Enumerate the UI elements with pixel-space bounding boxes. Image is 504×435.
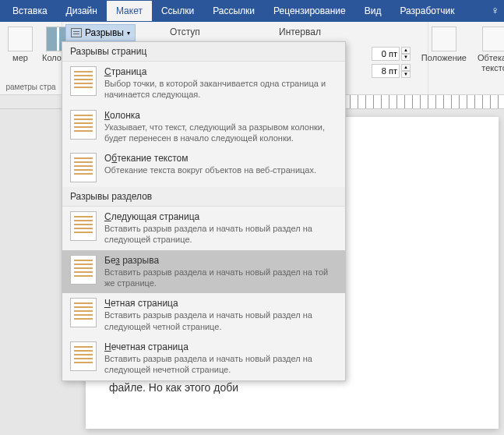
tab-mailings[interactable]: Рассылки [203, 1, 264, 21]
size-icon [8, 27, 33, 51]
ribbon-tabs: Вставка Дизайн Макет Ссылки Рассылки Рец… [0, 0, 504, 22]
menu-item-page-break[interactable]: Страница Выбор точки, в которой заканчив… [62, 62, 345, 105]
menu-item-title: Страница [104, 66, 337, 77]
size-button[interactable]: мер [5, 25, 36, 65]
menu-section-page-breaks: Разрывы страниц [62, 42, 345, 62]
menu-item-column-break[interactable]: Колонка Указывает, что текст, следующий … [62, 105, 345, 149]
tab-references[interactable]: Ссылки [152, 1, 203, 21]
menu-item-desc: Вставить разрыв раздела и начать новый р… [104, 353, 337, 376]
menu-section-section-breaks: Разрывы разделов [62, 187, 345, 207]
menu-item-desc: Обтекание текста вокруг объектов на веб-… [104, 164, 337, 175]
spacing-before[interactable]: 0 пт ▲ ▼ [372, 47, 411, 61]
menu-item-text-wrapping-break[interactable]: Обтекание текстом Обтекание текста вокру… [62, 148, 345, 187]
tab-developer[interactable]: Разработчик [390, 1, 463, 21]
menu-item-odd-page[interactable]: Нечетная страница Вставить разрыв раздел… [62, 337, 345, 380]
position-button[interactable]: Положение [418, 25, 470, 75]
menu-item-title: Обтекание текстом [104, 153, 337, 164]
next-page-icon [70, 211, 97, 241]
wrap-label: Обтекан тексто [478, 53, 504, 73]
breaks-icon [71, 28, 82, 37]
menu-item-even-page[interactable]: Четная страница Вставить разрыв раздела … [62, 293, 345, 337]
wrap-icon [482, 27, 504, 51]
spacing-before-value[interactable]: 0 пт [372, 47, 400, 61]
spacing-header: Интервал [279, 27, 321, 37]
breaks-button[interactable]: Разрывы ▾ [65, 24, 136, 41]
tab-insert[interactable]: Вставка [3, 1, 57, 21]
menu-item-continuous[interactable]: Без разрыва Вставить разрыв раздела и на… [62, 250, 345, 294]
size-label: мер [12, 53, 28, 63]
page-setup-group-label: раметры стра [5, 83, 57, 91]
tell-me-bulb-icon[interactable]: ♀ [492, 4, 500, 16]
spacing-after[interactable]: 8 пт ▲ ▼ [372, 64, 411, 78]
continuous-icon [70, 255, 97, 285]
doc-paragraph: файле. Но как этого доби [109, 379, 475, 396]
menu-item-desc: Указывает, что текст, следующий за разры… [104, 122, 337, 144]
breaks-dropdown-menu: Разрывы страниц Страница Выбор точки, в … [62, 41, 346, 381]
indent-header: Отступ [170, 27, 200, 37]
menu-item-title: Нечетная страница [104, 341, 337, 352]
menu-item-title: Четная страница [104, 298, 337, 309]
menu-item-title: Колонка [104, 110, 337, 121]
position-icon [432, 27, 456, 51]
wrap-text-button[interactable]: Обтекан тексто [474, 25, 504, 75]
menu-item-desc: Вставить разрыв раздела и начать новый р… [104, 223, 337, 246]
position-label: Положение [421, 53, 467, 63]
page-break-icon [70, 66, 97, 96]
up-arrow-icon[interactable]: ▲ [401, 47, 411, 54]
even-page-icon [70, 298, 97, 327]
menu-item-desc: Вставить разрыв раздела и начать новый р… [104, 309, 337, 332]
spacing-spinners: 0 пт ▲ ▼ 8 пт ▲ ▼ [372, 47, 411, 78]
page-setup-group: мер Колонки раметры стра [0, 22, 62, 94]
breaks-label: Разрывы [85, 27, 124, 38]
menu-item-next-page[interactable]: Следующая страница Вставить разрыв разде… [62, 207, 345, 250]
text-wrapping-icon [70, 153, 97, 182]
menu-item-title: Без разрыва [104, 255, 337, 266]
dropdown-arrow-icon: ▾ [127, 30, 130, 37]
menu-item-title: Следующая страница [104, 211, 337, 222]
up-arrow-icon[interactable]: ▲ [401, 64, 411, 71]
tab-design[interactable]: Дизайн [57, 1, 107, 21]
tab-view[interactable]: Вид [355, 1, 391, 21]
column-break-icon [70, 110, 97, 140]
spacing-after-value[interactable]: 8 пт [372, 64, 400, 78]
menu-item-desc: Выбор точки, в которой заканчивается одн… [104, 78, 337, 101]
down-arrow-icon[interactable]: ▼ [401, 71, 411, 78]
down-arrow-icon[interactable]: ▼ [401, 54, 411, 61]
tab-review[interactable]: Рецензирование [264, 1, 355, 21]
arrange-group: Положение Обтекан тексто [428, 22, 504, 94]
odd-page-icon [70, 341, 97, 371]
menu-item-desc: Вставить разрыв раздела и начать новый р… [104, 267, 337, 289]
tab-layout[interactable]: Макет [107, 1, 152, 21]
